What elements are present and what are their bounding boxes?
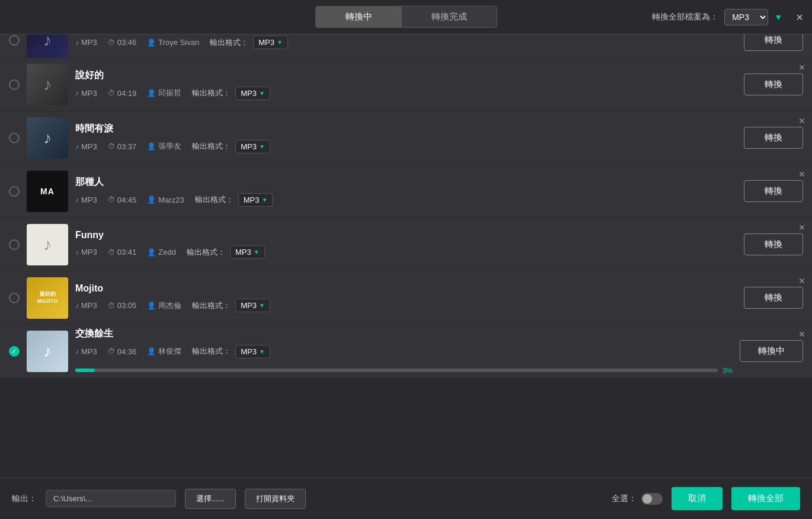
convert-all-button[interactable]: 轉換全部 bbox=[731, 487, 800, 510]
artist-meta: 👤 Troye Sivan bbox=[147, 38, 199, 47]
duration-meta: ⏱ 04:45 bbox=[108, 196, 137, 204]
output-format-label: 輸出格式： bbox=[192, 346, 231, 357]
song-checkbox[interactable]: ✓ bbox=[9, 346, 20, 357]
close-button[interactable]: × bbox=[796, 10, 803, 24]
cancel-button[interactable]: 取消 bbox=[672, 487, 723, 510]
format-dropdown-value: MP3 bbox=[241, 301, 257, 310]
duration-value: 04:36 bbox=[117, 347, 137, 356]
open-folder-button[interactable]: 打開資料夾 bbox=[245, 489, 306, 509]
remove-song-button[interactable]: ✕ bbox=[795, 115, 808, 127]
music-icon: ♪ bbox=[75, 89, 79, 97]
output-format-label: 輸出格式： bbox=[192, 300, 231, 311]
output-label: 輸出： bbox=[12, 494, 37, 504]
output-format: 輸出格式： MP3 ▼ bbox=[192, 299, 270, 312]
remove-song-button[interactable]: ✕ bbox=[795, 275, 808, 287]
output-format: 輸出格式： MP3 ▼ bbox=[192, 345, 270, 358]
output-format-label: 輸出格式： bbox=[192, 88, 231, 98]
person-icon: 👤 bbox=[147, 89, 156, 97]
convert-button[interactable]: 轉換 bbox=[744, 127, 803, 149]
clock-icon: ⏱ bbox=[108, 196, 115, 204]
person-icon: 👤 bbox=[147, 39, 156, 47]
clock-icon: ⏱ bbox=[108, 347, 115, 355]
song-checkbox[interactable] bbox=[9, 79, 20, 90]
chevron-down-icon: ▼ bbox=[774, 12, 782, 22]
artist-meta: 👤 林俊傑 bbox=[147, 346, 181, 357]
format-value: MP3 bbox=[81, 301, 97, 310]
song-checkbox[interactable] bbox=[9, 133, 20, 143]
duration-meta: ⏱ 03:46 bbox=[108, 38, 137, 47]
song-checkbox[interactable] bbox=[9, 186, 20, 197]
artist-value: 張學友 bbox=[158, 141, 181, 152]
song-item: ✓ ♪ 交換餘生 ♪ MP3 ⏱ 04:36 👤 林俊傑 輸出格式： bbox=[0, 325, 812, 378]
format-dropdown[interactable]: MP3 ▼ bbox=[235, 299, 270, 312]
format-value: MP3 bbox=[81, 248, 97, 257]
chevron-down-icon: ▼ bbox=[259, 302, 265, 309]
convert-button[interactable]: 轉換 bbox=[744, 287, 803, 309]
chevron-down-icon: ▼ bbox=[277, 39, 283, 46]
duration-meta: ⏱ 03:05 bbox=[108, 301, 137, 310]
convert-button[interactable]: 轉換 bbox=[744, 34, 803, 51]
convert-button[interactable]: 轉換 bbox=[744, 180, 803, 202]
format-value: MP3 bbox=[81, 347, 97, 356]
select-folder-button[interactable]: 選擇...... bbox=[185, 489, 236, 509]
clock-icon: ⏱ bbox=[108, 89, 115, 97]
person-icon: 👤 bbox=[147, 196, 156, 204]
output-format-label: 輸出格式： bbox=[210, 37, 248, 48]
format-meta: ♪ MP3 bbox=[75, 38, 97, 47]
song-checkbox[interactable] bbox=[9, 239, 20, 250]
output-format: 輸出格式： MP3 ▼ bbox=[187, 245, 265, 259]
song-title: Funny bbox=[75, 230, 737, 241]
remove-song-button[interactable]: ✕ bbox=[795, 34, 808, 38]
output-format: 輸出格式： MP3 ▼ bbox=[195, 193, 273, 207]
song-checkbox[interactable] bbox=[9, 35, 20, 46]
duration-meta: ⏱ 03:37 bbox=[108, 142, 137, 151]
song-title: 時間有淚 bbox=[75, 123, 737, 135]
output-format: 輸出格式： MP3 ▼ bbox=[192, 140, 270, 153]
artist-value: 邱振哲 bbox=[158, 88, 181, 98]
format-value: MP3 bbox=[81, 196, 97, 204]
format-meta: ♪ MP3 bbox=[75, 89, 97, 98]
format-value: MP3 bbox=[81, 89, 97, 98]
format-dropdown-value: MP3 bbox=[241, 347, 257, 356]
music-icon: ♪ bbox=[75, 142, 79, 150]
format-dropdown[interactable]: MP3 ▼ bbox=[230, 245, 265, 259]
tab-group: 轉換中 轉換完成 bbox=[315, 6, 497, 28]
remove-song-button[interactable]: ✕ bbox=[795, 328, 808, 340]
format-dropdown-value: MP3 bbox=[241, 142, 257, 151]
convert-button[interactable]: 轉換 bbox=[744, 233, 803, 255]
clock-icon: ⏱ bbox=[108, 142, 115, 150]
chevron-down-icon: ▼ bbox=[261, 197, 267, 203]
song-meta: ♪ MP3 ⏱ 03:05 👤 周杰倫 輸出格式： MP3 ▼ bbox=[75, 299, 737, 312]
song-item: ♪ Funny ♪ MP3 ⏱ 03:41 👤 Zedd 輸出格式： bbox=[0, 218, 812, 271]
format-dropdown[interactable]: MP3 ▼ bbox=[235, 86, 270, 100]
converting-button[interactable]: 轉換中 bbox=[740, 340, 803, 362]
clock-icon: ⏱ bbox=[108, 39, 115, 47]
song-meta: ♪ MP3 ⏱ 04:45 👤 Marz23 輸出格式： MP3 ▼ bbox=[75, 193, 737, 207]
artist-meta: 👤 張學友 bbox=[147, 141, 181, 152]
output-format-label: 輸出格式： bbox=[192, 141, 231, 152]
convert-button[interactable]: 轉換 bbox=[744, 73, 803, 95]
tab-done[interactable]: 轉換完成 bbox=[402, 7, 497, 27]
format-dropdown[interactable]: MP3 ▼ bbox=[235, 345, 270, 358]
select-all-area: 全選： bbox=[612, 493, 663, 505]
global-format-select[interactable]: MP3 AAC WAV FLAC bbox=[724, 9, 768, 25]
format-meta: ♪ MP3 bbox=[75, 347, 97, 356]
remove-song-button[interactable]: ✕ bbox=[795, 62, 808, 73]
chevron-down-icon: ▼ bbox=[259, 143, 265, 150]
progress-label: 3% bbox=[723, 367, 733, 375]
artist-meta: 👤 周杰倫 bbox=[147, 300, 181, 311]
song-meta: ♪ MP3 ⏱ 04:36 👤 林俊傑 輸出格式： MP3 ▼ bbox=[75, 345, 733, 358]
format-meta: ♪ MP3 bbox=[75, 301, 97, 310]
select-all-toggle[interactable] bbox=[641, 493, 663, 505]
remove-song-button[interactable]: ✕ bbox=[795, 222, 808, 233]
remove-song-button[interactable]: ✕ bbox=[795, 168, 808, 180]
song-info: Mojito ♪ MP3 ⏱ 03:05 👤 周杰倫 輸出格式： MP3 bbox=[75, 283, 737, 312]
tab-converting[interactable]: 轉換中 bbox=[316, 7, 402, 27]
format-dropdown[interactable]: MP3 ▼ bbox=[253, 36, 288, 49]
format-dropdown[interactable]: MP3 ▼ bbox=[238, 193, 273, 207]
duration-value: 03:46 bbox=[117, 38, 137, 47]
format-dropdown[interactable]: MP3 ▼ bbox=[235, 140, 270, 153]
duration-value: 03:37 bbox=[117, 142, 137, 151]
song-checkbox[interactable] bbox=[9, 293, 20, 303]
format-meta: ♪ MP3 bbox=[75, 196, 97, 204]
